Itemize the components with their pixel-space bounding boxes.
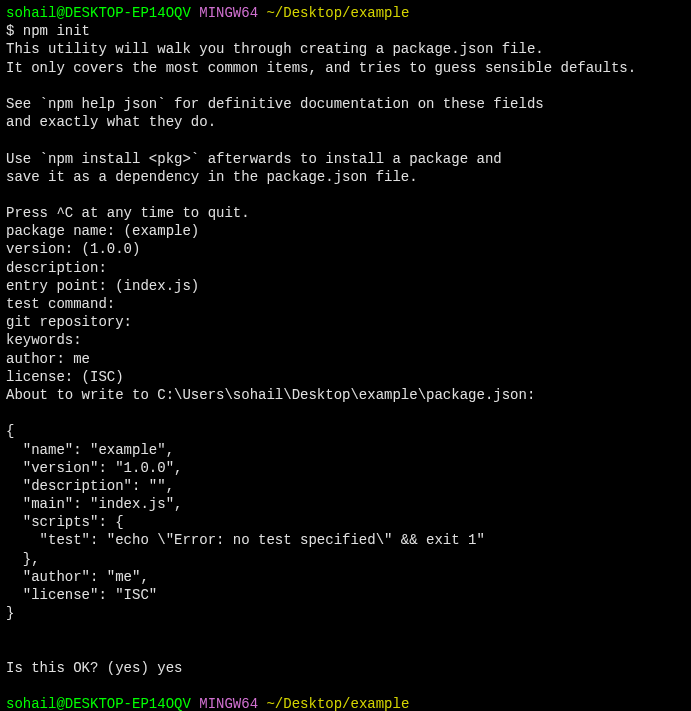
json-output: "author": "me",	[6, 568, 685, 586]
command-line: $ npm init	[6, 22, 685, 40]
mingw-label: MINGW64	[199, 696, 258, 711]
output-text: save it as a dependency in the package.j…	[6, 168, 685, 186]
output-text	[6, 622, 685, 640]
json-output: "version": "1.0.0",	[6, 459, 685, 477]
json-output: "description": "",	[6, 477, 685, 495]
prompt-entry-point: entry point: (index.js)	[6, 277, 685, 295]
prompt-description: description:	[6, 259, 685, 277]
output-text	[6, 677, 685, 695]
output-text	[6, 404, 685, 422]
prompt-line-1: sohail@DESKTOP-EP14OQV MINGW64 ~/Desktop…	[6, 4, 685, 22]
user-host: sohail@DESKTOP-EP14OQV	[6, 696, 191, 711]
output-text: Press ^C at any time to quit.	[6, 204, 685, 222]
json-output: }	[6, 604, 685, 622]
json-output: "license": "ISC"	[6, 586, 685, 604]
json-output: },	[6, 550, 685, 568]
terminal-output[interactable]: sohail@DESKTOP-EP14OQV MINGW64 ~/Desktop…	[6, 4, 685, 711]
output-text	[6, 77, 685, 95]
cwd-path: ~/Desktop/example	[266, 5, 409, 21]
prompt-confirm: Is this OK? (yes) yes	[6, 659, 685, 677]
prompt-test-command: test command:	[6, 295, 685, 313]
mingw-label: MINGW64	[199, 5, 258, 21]
output-text	[6, 186, 685, 204]
prompt-package-name: package name: (example)	[6, 222, 685, 240]
prompt-license: license: (ISC)	[6, 368, 685, 386]
prompt-git-repository: git repository:	[6, 313, 685, 331]
output-text	[6, 131, 685, 149]
output-text: Use `npm install <pkg>` afterwards to in…	[6, 150, 685, 168]
json-output: "test": "echo \"Error: no test specified…	[6, 531, 685, 549]
output-text: About to write to C:\Users\sohail\Deskto…	[6, 386, 685, 404]
user-host: sohail@DESKTOP-EP14OQV	[6, 5, 191, 21]
prompt-keywords: keywords:	[6, 331, 685, 349]
json-output: "main": "index.js",	[6, 495, 685, 513]
output-text: and exactly what they do.	[6, 113, 685, 131]
json-output: "name": "example",	[6, 441, 685, 459]
output-text: See `npm help json` for definitive docum…	[6, 95, 685, 113]
json-output: "scripts": {	[6, 513, 685, 531]
json-output: {	[6, 422, 685, 440]
output-text: It only covers the most common items, an…	[6, 59, 685, 77]
prompt-version: version: (1.0.0)	[6, 240, 685, 258]
prompt-line-2: sohail@DESKTOP-EP14OQV MINGW64 ~/Desktop…	[6, 695, 685, 711]
prompt-author: author: me	[6, 350, 685, 368]
output-text	[6, 641, 685, 659]
output-text: This utility will walk you through creat…	[6, 40, 685, 58]
cwd-path: ~/Desktop/example	[266, 696, 409, 711]
